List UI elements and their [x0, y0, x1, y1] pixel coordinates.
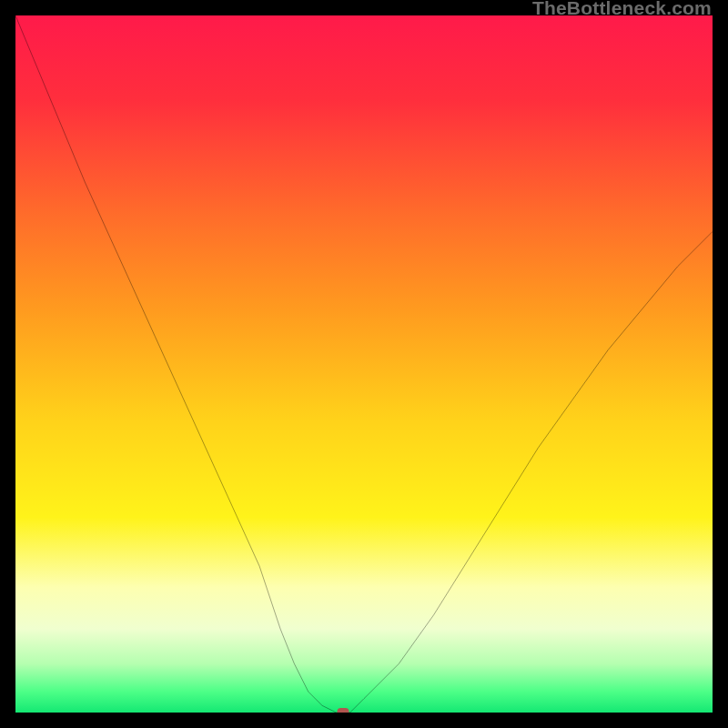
bottleneck-curve	[15, 15, 713, 713]
optimal-marker	[338, 708, 349, 713]
chart-container: TheBottleneck.com	[0, 0, 728, 728]
plot-area	[15, 15, 713, 713]
